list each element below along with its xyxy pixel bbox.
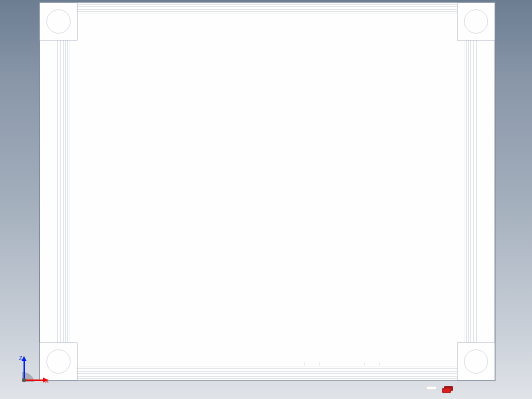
model-frame-assembly[interactable]	[39, 2, 496, 381]
edge-mark	[364, 362, 380, 366]
cad-3d-viewport[interactable]: Z X	[0, 0, 532, 399]
view-cube-front-icon	[442, 388, 451, 393]
view-handle-icon[interactable]	[426, 386, 437, 390]
corner-bracket-bottom-right	[457, 342, 495, 380]
coordinate-triad[interactable]: Z X	[15, 355, 45, 385]
z-axis-icon	[24, 360, 25, 380]
triad-origin-icon	[22, 378, 26, 382]
corner-hole-icon	[464, 10, 488, 34]
corner-bracket-bottom-left	[40, 342, 78, 380]
frame-rail-right	[470, 40, 495, 342]
x-axis-icon	[24, 380, 44, 381]
edge-mark	[304, 362, 320, 366]
corner-bracket-top-right	[457, 2, 495, 40]
frame-rail-bottom	[78, 360, 457, 380]
x-axis-label: X	[45, 378, 48, 384]
corner-bracket-top-left	[40, 2, 78, 40]
z-axis-label: Z	[19, 355, 22, 361]
frame-rail-left	[40, 40, 64, 342]
model-inner-panel	[70, 14, 465, 366]
corner-hole-icon	[464, 350, 488, 374]
view-orientation-widget[interactable]	[442, 386, 453, 393]
corner-hole-icon	[46, 10, 70, 34]
corner-hole-icon	[46, 350, 70, 374]
frame-rail-top	[78, 2, 457, 22]
